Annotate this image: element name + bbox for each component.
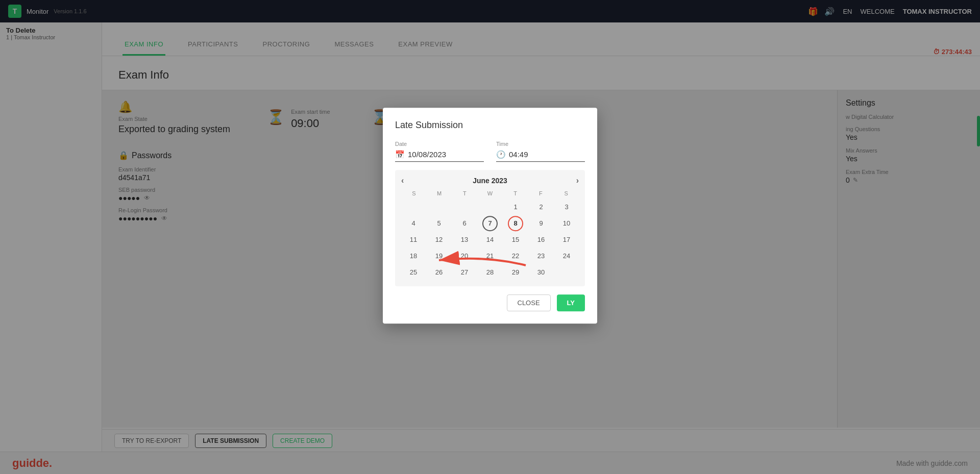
cal-day-17[interactable]: 17: [559, 232, 574, 247]
day-header-t2: T: [503, 190, 528, 196]
calendar-days-header: S M T W T F S: [401, 190, 579, 196]
modal-date-input[interactable]: 📅 10/08/2023: [395, 150, 484, 162]
cal-day-4[interactable]: 4: [406, 216, 421, 231]
cal-day-8-selected[interactable]: 8: [508, 216, 523, 231]
cal-day-1[interactable]: 1: [508, 199, 523, 215]
cal-day-25[interactable]: 25: [406, 265, 421, 280]
cal-day-28[interactable]: 28: [482, 265, 498, 280]
day-header-m: M: [427, 190, 452, 196]
cal-day-15[interactable]: 15: [508, 232, 523, 247]
cal-day-12[interactable]: 12: [431, 232, 447, 247]
calendar-next-button[interactable]: ›: [576, 176, 579, 185]
cal-day-26[interactable]: 26: [431, 265, 447, 280]
modal-apply-button[interactable]: LY: [557, 294, 585, 311]
cal-day-11[interactable]: 11: [406, 232, 421, 247]
cal-day-empty-4: [482, 199, 498, 215]
cal-day-22[interactable]: 22: [508, 248, 523, 264]
cal-day-10[interactable]: 10: [559, 216, 574, 231]
cal-day-27[interactable]: 27: [457, 265, 472, 280]
cal-day-7-today[interactable]: 7: [482, 216, 498, 231]
calendar-header: ‹ June 2023 ›: [401, 176, 579, 185]
cal-day-16[interactable]: 16: [533, 232, 549, 247]
modal-date-value: 10/08/2023: [408, 150, 446, 159]
cal-day-23[interactable]: 23: [533, 248, 549, 264]
modal-time-field: Time 🕐 04:49: [496, 141, 585, 162]
cal-day-29[interactable]: 29: [508, 265, 523, 280]
cal-day-13[interactable]: 13: [457, 232, 472, 247]
modal-footer: CLOSE LY: [395, 294, 585, 311]
cal-day-5[interactable]: 5: [431, 216, 447, 231]
modal-time-value: 04:49: [509, 150, 528, 159]
cal-day-empty-end: [559, 265, 574, 280]
clock-small-icon: 🕐: [496, 150, 506, 159]
cal-day-21[interactable]: 21: [482, 248, 498, 264]
modal-time-label: Time: [496, 141, 585, 147]
calendar-icon: 📅: [395, 150, 405, 159]
day-header-s2: S: [553, 190, 579, 196]
day-header-f: F: [528, 190, 554, 196]
cal-day-20[interactable]: 20: [457, 248, 472, 264]
cal-day-9[interactable]: 9: [533, 216, 549, 231]
calendar-prev-button[interactable]: ‹: [401, 176, 404, 185]
modal-title: Late Submission: [395, 120, 585, 131]
modal-time-input[interactable]: 🕐 04:49: [496, 150, 585, 162]
modal-close-button[interactable]: CLOSE: [507, 294, 551, 311]
cal-day-6[interactable]: 6: [457, 216, 472, 231]
cal-day-24[interactable]: 24: [559, 248, 574, 264]
cal-day-14[interactable]: 14: [482, 232, 498, 247]
modal-date-field: Date 📅 10/08/2023: [395, 141, 484, 162]
calendar: ‹ June 2023 › S M T W T F S 1 2 3 4 5 6 …: [395, 170, 585, 286]
cal-day-empty-2: [431, 199, 447, 215]
day-header-s1: S: [401, 190, 427, 196]
cal-day-18[interactable]: 18: [406, 248, 421, 264]
day-header-t1: T: [452, 190, 477, 196]
modal-fields-row: Date 📅 10/08/2023 Time 🕐 04:49: [395, 141, 585, 162]
cal-day-30[interactable]: 30: [533, 265, 549, 280]
cal-day-19[interactable]: 19: [431, 248, 447, 264]
cal-day-2[interactable]: 2: [533, 199, 549, 215]
day-header-w: W: [477, 190, 503, 196]
cal-day-3[interactable]: 3: [559, 199, 574, 215]
late-submission-modal: Late Submission Date 📅 10/08/2023 Time 🕐…: [383, 108, 597, 323]
calendar-month-label: June 2023: [473, 177, 507, 185]
modal-date-label: Date: [395, 141, 484, 147]
calendar-days: 1 2 3 4 5 6 7 8 9 10 11 12 13 14 15 16 1…: [401, 199, 579, 280]
cal-day-empty-3: [457, 199, 472, 215]
cal-day-empty-1: [406, 199, 421, 215]
